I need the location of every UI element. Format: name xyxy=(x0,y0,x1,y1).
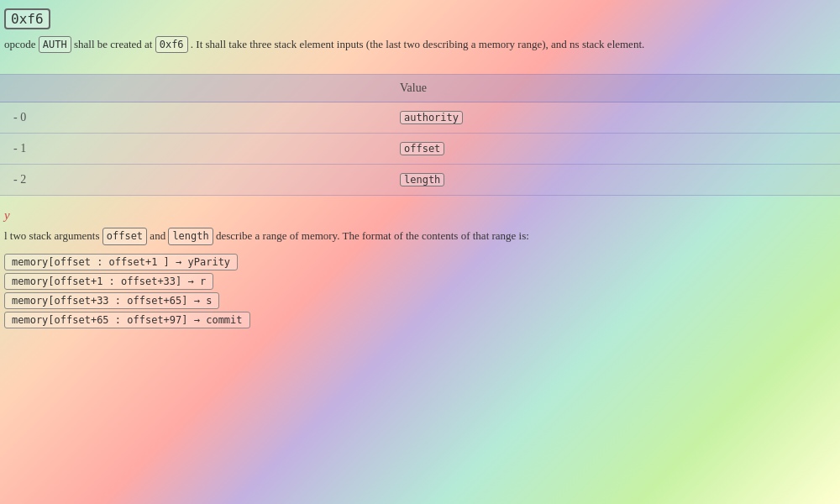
memory-line-0-code: memory[offset : offset+1 ] → yParity xyxy=(4,254,238,270)
prose-text: l two stack arguments offset and length … xyxy=(4,228,836,245)
offset-code: offset xyxy=(400,142,444,155)
row-2-value: length xyxy=(386,165,840,196)
length-code: length xyxy=(400,173,444,186)
offset-inline: offset xyxy=(102,228,147,245)
description-text: opcode AUTH shall be created at 0xf6 . I… xyxy=(4,36,811,53)
bottom-section: y l two stack arguments offset and lengt… xyxy=(0,196,840,337)
memory-line-2: memory[offset+33 : offset+65] → s xyxy=(4,292,836,309)
row-0-index: - 0 xyxy=(0,102,386,134)
col-header-value: Value xyxy=(386,75,840,102)
table-row: - 1 offset xyxy=(0,134,840,165)
table-section: Value - 0 authority - 1 offset - 2 xyxy=(0,74,840,196)
memory-line-1-code: memory[offset+1 : offset+33] → r xyxy=(4,273,213,290)
col-header-index xyxy=(0,75,386,102)
memory-line-0: memory[offset : offset+1 ] → yParity xyxy=(4,254,836,270)
title-line: 0xf6 xyxy=(4,8,823,29)
prose-prefix: l two stack arguments xyxy=(4,229,102,242)
desc-prefix: opcode xyxy=(4,38,39,50)
memory-line-3-code: memory[offset+65 : offset+97] → commit xyxy=(4,312,250,328)
row-1-index: - 1 xyxy=(0,134,386,165)
desc-end: . It shall take three stack element inpu… xyxy=(191,38,644,50)
opcode-badge: 0xf6 xyxy=(4,8,50,29)
opcode-value-code: 0xf6 xyxy=(155,36,188,53)
row-1-value: offset xyxy=(386,134,840,165)
stack-inputs-table: Value - 0 authority - 1 offset - 2 xyxy=(0,74,840,196)
authority-code: authority xyxy=(400,111,463,124)
table-row: - 2 length xyxy=(0,165,840,196)
memory-line-1: memory[offset+1 : offset+33] → r xyxy=(4,273,836,290)
top-section: 0xf6 opcode AUTH shall be created at 0xf… xyxy=(0,0,840,66)
memory-lines: memory[offset : offset+1 ] → yParity mem… xyxy=(4,254,836,328)
row-0-value: authority xyxy=(386,102,840,134)
prose-and: and xyxy=(150,229,168,242)
auth-inline-code: AUTH xyxy=(39,36,71,53)
prose-suffix: describe a range of memory. The format o… xyxy=(216,229,529,242)
row-2-index: - 2 xyxy=(0,165,386,196)
page-container: 0xf6 opcode AUTH shall be created at 0xf… xyxy=(0,0,840,504)
table-header-row: Value xyxy=(0,75,840,102)
memory-line-3: memory[offset+65 : offset+97] → commit xyxy=(4,312,836,328)
length-inline: length xyxy=(168,228,213,245)
table-row: - 0 authority xyxy=(0,102,840,134)
section-title: y xyxy=(4,208,836,223)
memory-line-2-code: memory[offset+33 : offset+65] → s xyxy=(4,292,219,309)
desc-middle: shall be created at xyxy=(74,38,155,50)
